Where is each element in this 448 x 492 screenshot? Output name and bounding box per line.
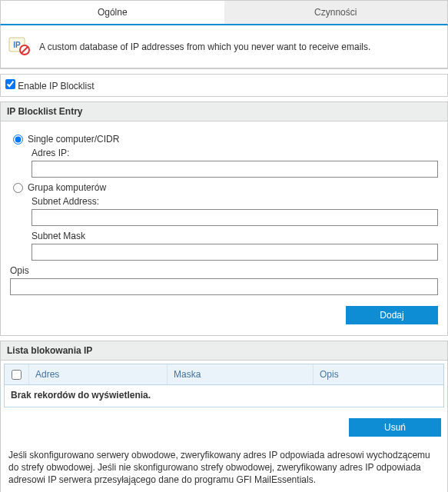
- subnet-addr-label: Subnet Address:: [32, 196, 438, 207]
- table-header-row: Adres Maska Opis: [5, 364, 443, 385]
- col-addr[interactable]: Adres: [29, 364, 168, 384]
- ip-label: Adres IP:: [32, 148, 438, 158]
- tab-actions[interactable]: Czynności: [224, 1, 448, 24]
- blocklist-table: Adres Maska Opis Brak rekordów do wyświe…: [4, 364, 444, 407]
- subnet-mask-input[interactable]: [32, 244, 438, 261]
- radio-group-label[interactable]: Grupa komputerów: [28, 182, 106, 193]
- subnet-mask-label: Subnet Mask: [32, 231, 438, 241]
- empty-row: Brak rekordów do wyświetlenia.: [5, 385, 443, 407]
- entry-group-header: IP Blocklist Entry: [1, 102, 447, 121]
- list-group-header: Lista blokowania IP: [1, 341, 447, 361]
- radio-single[interactable]: [13, 135, 23, 145]
- enable-label[interactable]: Enable IP Blocklist: [18, 81, 94, 91]
- tab-bar: Ogólne Czynności: [0, 0, 448, 25]
- entry-group: IP Blocklist Entry Single computer/CIDR …: [0, 101, 448, 336]
- panel-general: IP A custom database of IP addresses fro…: [0, 25, 448, 69]
- opis-input[interactable]: [10, 278, 438, 295]
- ip-block-icon: IP: [8, 35, 30, 58]
- col-opis[interactable]: Opis: [314, 364, 443, 384]
- radio-group[interactable]: [13, 183, 23, 193]
- subnet-addr-input[interactable]: [32, 209, 438, 226]
- footnote-text: Jeśli skonfigurowano serwery obwodowe, z…: [1, 444, 447, 492]
- add-button[interactable]: Dodaj: [346, 306, 438, 324]
- ip-input[interactable]: [32, 161, 438, 178]
- info-bar: IP A custom database of IP addresses fro…: [1, 25, 447, 68]
- info-text: A custom database of IP addresses from w…: [39, 42, 370, 52]
- delete-button[interactable]: Usuń: [349, 418, 441, 437]
- tab-general[interactable]: Ogólne: [1, 1, 224, 24]
- list-group: Lista blokowania IP Adres Maska Opis Bra…: [0, 341, 448, 492]
- opis-label: Opis: [10, 265, 438, 276]
- enable-row: Enable IP Blocklist: [0, 74, 448, 97]
- select-all-checkbox[interactable]: [12, 370, 22, 380]
- radio-single-label[interactable]: Single computer/CIDR: [28, 134, 119, 145]
- col-mask[interactable]: Maska: [168, 364, 314, 384]
- enable-checkbox[interactable]: [5, 79, 15, 89]
